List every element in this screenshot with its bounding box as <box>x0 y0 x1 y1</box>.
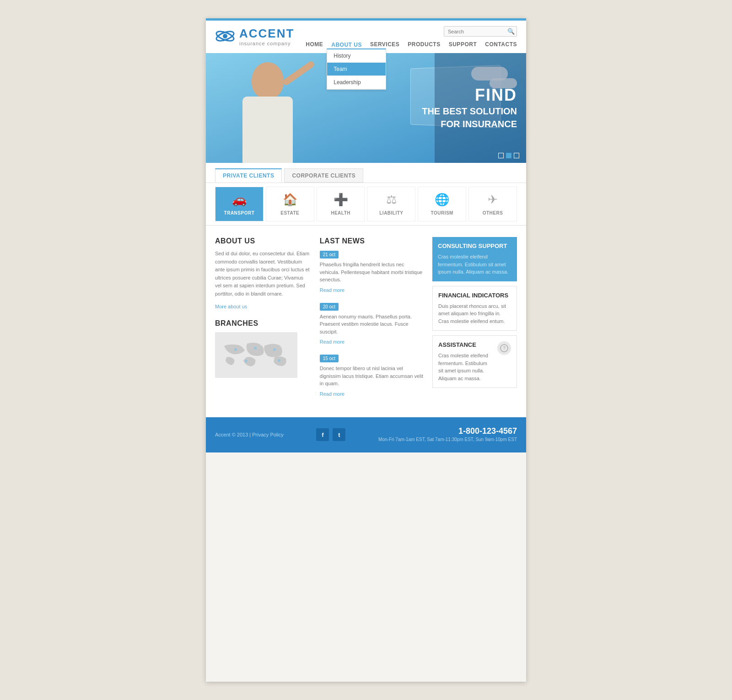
estate-label: ESTATE <box>280 210 299 215</box>
news-date-3: 15 oct <box>320 355 339 362</box>
left-column: ABOUT US Sed id dui dolor, eu consectetu… <box>215 237 311 406</box>
tab-buttons: PRIVATE CLIENTS CORPORATE CLIENTS <box>215 168 517 183</box>
news-date-2: 20 oct <box>320 303 339 311</box>
news-text-1: Phasellus fringilla hendrerit lectus nec… <box>320 261 423 284</box>
estate-icon: 🏠 <box>283 193 297 207</box>
service-others[interactable]: ✈ OTHERS <box>468 187 517 221</box>
read-more-2[interactable]: Read more <box>320 339 344 345</box>
logo-brand-name: ACCENT <box>239 27 294 41</box>
nav-dropdown: History Team Leadership <box>327 48 386 90</box>
dropdown-team[interactable]: Team <box>327 63 386 76</box>
dropdown-history[interactable]: History <box>327 49 386 63</box>
branches-section: BRANCHES <box>215 319 311 378</box>
assistance-text: Cras molestie eleifend fermentum. Estibu… <box>438 352 494 382</box>
footer-copyright: Accent © 2013 | Privacy Policy <box>215 432 284 437</box>
nav-home[interactable]: HOME <box>306 41 323 48</box>
service-tourism[interactable]: 🌐 TOURISM <box>418 187 466 221</box>
nav-contacts[interactable]: CONTACTS <box>485 41 517 48</box>
assistance-box: ASSISTANCE Cras molestie eleifend fermen… <box>432 335 517 388</box>
hero-find: FIND <box>422 86 517 105</box>
news-title: LAST NEWS <box>320 237 423 245</box>
nav-about[interactable]: ABOUT US <box>331 42 362 48</box>
logo-icon <box>215 26 236 47</box>
news-date-1: 21 oct <box>320 251 339 258</box>
facebook-button[interactable]: f <box>316 428 329 441</box>
nav-services[interactable]: SERVICES <box>370 41 399 48</box>
liability-icon: ⚖ <box>386 193 397 207</box>
branches-title: BRANCHES <box>215 319 311 328</box>
read-more-1[interactable]: Read more <box>320 287 344 293</box>
transport-label: TRANSPORT <box>224 210 255 215</box>
svg-point-3 <box>234 348 237 351</box>
svg-point-2 <box>223 34 227 38</box>
svg-point-6 <box>245 360 248 362</box>
consulting-box: CONSULTING SUPPORT Cras molestie eleifen… <box>432 237 517 281</box>
service-health[interactable]: ➕ HEALTH <box>317 187 365 221</box>
nav-about-container: ABOUT US History Team Leadership <box>331 40 362 48</box>
more-about-link[interactable]: More about us <box>215 304 247 309</box>
hero-text: FIND THE BEST SOLUTION FOR INSURANCE <box>422 86 517 130</box>
health-icon: ➕ <box>334 193 348 207</box>
dropdown-leadership[interactable]: Leadership <box>327 76 386 89</box>
tourism-label: TOURISM <box>431 210 453 215</box>
search-bar[interactable]: 🔍 <box>444 26 517 37</box>
about-text: Sed id dui dolor, eu consectetur dui. Et… <box>215 250 311 298</box>
news-item-2: 20 oct Aenean nonumy mauris. Phasellus p… <box>320 302 423 346</box>
logo-text-area: ACCENT insurance company <box>239 27 294 46</box>
person-head <box>252 62 284 99</box>
footer: Accent © 2013 | Privacy Policy f t 1-800… <box>206 417 526 452</box>
svg-point-7 <box>278 359 280 362</box>
service-estate[interactable]: 🏠 ESTATE <box>266 187 314 221</box>
indicator-2[interactable] <box>506 153 511 158</box>
search-input[interactable] <box>448 29 507 34</box>
hero-indicators <box>498 153 519 158</box>
person-body <box>242 97 293 163</box>
footer-phone-area: 1-800-123-4567 Mon-Fri 7am-1am EST, Sat … <box>378 426 517 443</box>
tabs-section: PRIVATE CLIENTS CORPORATE CLIENTS <box>206 163 526 183</box>
consulting-title: CONSULTING SUPPORT <box>438 242 511 249</box>
header-right: 🔍 HOME ABOUT US History Team Leadership … <box>306 26 517 53</box>
hero-subtitle: THE BEST SOLUTION FOR INSURANCE <box>422 105 517 130</box>
indicator-1[interactable] <box>498 153 504 158</box>
news-item-3: 15 oct Donec tempor libero ut nisl lacin… <box>320 354 423 398</box>
search-icon: 🔍 <box>507 28 515 35</box>
consulting-text: Cras molestie eleifend fermentum. Estibu… <box>438 253 511 276</box>
main-nav: HOME ABOUT US History Team Leadership SE… <box>306 40 517 53</box>
read-more-3[interactable]: Read more <box>320 391 344 397</box>
footer-social: f t <box>316 428 345 441</box>
header: ACCENT insurance company 🔍 HOME ABOUT US… <box>206 21 526 53</box>
financial-title: FINANCIAL INDICATORS <box>438 292 511 299</box>
hero-line2: THE BEST SOLUTION <box>422 106 517 116</box>
indicator-3[interactable] <box>514 153 519 158</box>
twitter-button[interactable]: t <box>333 428 345 441</box>
news-item-1: 21 oct Phasellus fringilla hendrerit lec… <box>320 250 423 294</box>
transport-icon: 🚗 <box>232 193 247 207</box>
middle-column: LAST NEWS 21 oct Phasellus fringilla hen… <box>320 237 423 406</box>
person-arm <box>282 60 316 86</box>
financial-box: FINANCIAL INDICATORS Duis placerat rhonc… <box>432 286 517 331</box>
logo-subtitle: insurance company <box>239 41 294 46</box>
phone-number: 1-800-123-4567 <box>378 426 517 436</box>
financial-text: Duis placerat rhoncus arcu, sit amet ali… <box>438 302 511 325</box>
right-column: CONSULTING SUPPORT Cras molestie eleifen… <box>432 237 517 406</box>
hero-person <box>206 53 343 163</box>
others-icon: ✈ <box>488 193 498 207</box>
phone-hours: Mon-Fri 7am-1am EST, Sat 7am-11:30pm EST… <box>378 436 517 443</box>
tab-private-clients[interactable]: PRIVATE CLIENTS <box>215 168 282 183</box>
tab-corporate-clients[interactable]: CORPORATE CLIENTS <box>284 168 363 183</box>
nav-products[interactable]: PRODUCTS <box>408 41 440 48</box>
health-label: HEALTH <box>331 210 350 215</box>
tourism-icon: 🌐 <box>435 193 449 207</box>
service-liability[interactable]: ⚖ LIABILITY <box>367 187 415 221</box>
assistance-icon: ? <box>497 341 511 355</box>
world-map <box>215 332 297 378</box>
page-wrapper: ACCENT insurance company 🔍 HOME ABOUT US… <box>206 18 526 682</box>
main-content: ABOUT US Sed id dui dolor, eu consectetu… <box>206 226 526 417</box>
assistance-title: ASSISTANCE <box>438 341 494 348</box>
service-transport[interactable]: 🚗 TRANSPORT <box>215 187 264 221</box>
news-text-3: Donec tempor libero ut nisl lacinia vel … <box>320 365 423 388</box>
about-title: ABOUT US <box>215 237 311 245</box>
hero-line3: FOR INSURANCE <box>441 119 517 129</box>
svg-text:?: ? <box>503 346 506 351</box>
nav-support[interactable]: SUPPORT <box>449 41 477 48</box>
